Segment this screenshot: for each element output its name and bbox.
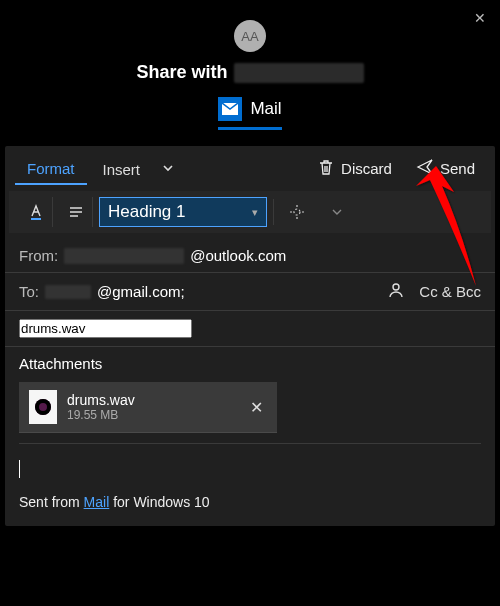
attachment-card[interactable]: drums.wav 19.55 MB ✕ — [19, 382, 277, 433]
svg-rect-0 — [31, 218, 41, 220]
app-tab-mail[interactable]: Mail — [218, 97, 281, 130]
attachments-heading: Attachments — [5, 347, 495, 376]
audio-file-icon — [29, 390, 57, 424]
attachment-remove-button[interactable]: ✕ — [246, 394, 267, 421]
mail-icon — [218, 97, 242, 121]
signature-link[interactable]: Mail — [84, 494, 110, 510]
ribbon-tabs: Format Insert Discard Send — [5, 146, 495, 185]
tab-insert[interactable]: Insert — [91, 153, 153, 184]
app-tab-label: Mail — [250, 99, 281, 119]
signature: Sent from Mail for Windows 10 — [5, 486, 495, 526]
attachment-name: drums.wav — [67, 392, 236, 408]
brightness-dropdown[interactable] — [320, 197, 354, 227]
discard-label: Discard — [341, 160, 392, 177]
message-body[interactable] — [5, 452, 495, 486]
from-label: From: — [19, 247, 58, 264]
to-domain: @gmail.com; — [97, 283, 185, 300]
to-label: To: — [19, 283, 39, 300]
send-label: Send — [440, 160, 475, 177]
discard-button[interactable]: Discard — [307, 152, 402, 185]
tab-format[interactable]: Format — [15, 152, 87, 185]
to-row[interactable]: To: @gmail.com; Cc & Bcc — [5, 273, 495, 311]
to-user-redacted — [45, 285, 91, 299]
signature-prefix: Sent from — [19, 494, 84, 510]
contact-icon[interactable] — [387, 281, 405, 302]
share-heading: Share with — [0, 62, 500, 83]
chevron-down-icon: ▾ — [252, 206, 258, 219]
format-toolbar: Heading 1 ▾ — [9, 191, 491, 233]
text-cursor — [19, 460, 20, 478]
ccbcc-button[interactable]: Cc & Bcc — [419, 283, 481, 300]
compose-panel: Format Insert Discard Send Heading 1 ▾ — [5, 146, 495, 526]
svg-point-6 — [393, 284, 399, 290]
style-dropdown-value: Heading 1 — [108, 202, 186, 222]
paragraph-button[interactable] — [59, 197, 93, 227]
subject-row[interactable] — [5, 311, 495, 347]
attachment-size: 19.55 MB — [67, 408, 236, 422]
trash-icon — [317, 158, 335, 179]
ribbon-more-button[interactable] — [156, 153, 180, 185]
from-user-redacted — [64, 248, 184, 264]
font-color-button[interactable] — [19, 197, 53, 227]
subject-input[interactable] — [19, 319, 192, 338]
close-button[interactable]: ✕ — [474, 10, 486, 26]
from-row: From: @outlook.com — [5, 239, 495, 273]
svg-point-1 — [294, 209, 300, 215]
from-domain: @outlook.com — [190, 247, 286, 264]
style-dropdown[interactable]: Heading 1 ▾ — [99, 197, 267, 227]
signature-suffix: for Windows 10 — [109, 494, 209, 510]
avatar-initials: AA — [241, 29, 258, 44]
send-button[interactable]: Send — [406, 152, 485, 185]
share-label: Share with — [136, 62, 227, 83]
share-recipient-redacted — [234, 63, 364, 83]
avatar: AA — [234, 20, 266, 52]
brightness-button[interactable] — [280, 197, 314, 227]
send-icon — [416, 158, 434, 179]
